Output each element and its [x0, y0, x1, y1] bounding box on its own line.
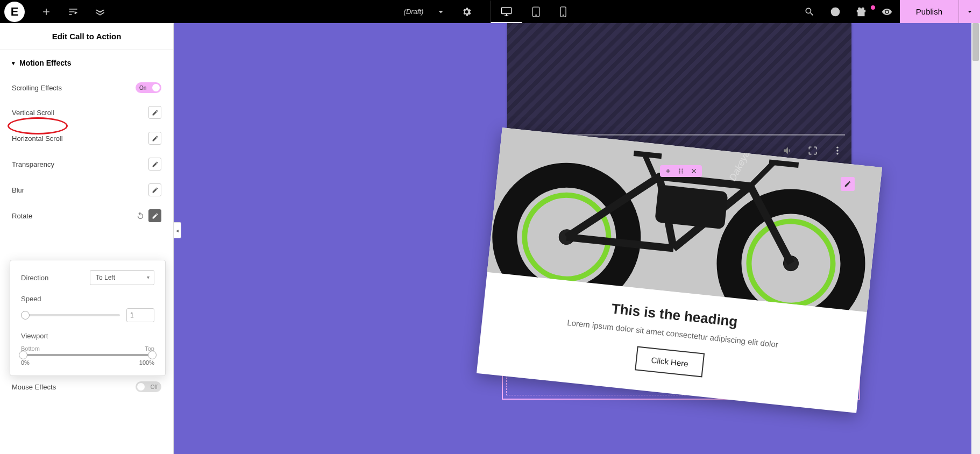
mouse-effects-label: Mouse Effects: [12, 383, 56, 391]
svg-point-8: [836, 147, 838, 148]
speed-input[interactable]: [126, 308, 154, 322]
scrollbar-thumb[interactable]: [972, 23, 979, 61]
svg-point-4: [563, 15, 563, 15]
panel-title: Edit Call to Action: [0, 23, 173, 50]
add-icon[interactable]: [41, 6, 52, 17]
speed-slider-row: [21, 308, 154, 322]
viewport-max-value: 100%: [139, 359, 154, 366]
viewport-range-slider[interactable]: [21, 354, 154, 356]
canvas[interactable]: 0:00 / 0:20: [174, 23, 980, 454]
publish-button[interactable]: Publish: [900, 0, 958, 23]
reset-icon[interactable]: [136, 211, 145, 221]
toggle-on-label: On: [139, 85, 146, 91]
mouse-effects-toggle[interactable]: Off: [136, 381, 161, 392]
topbar-center: (Draft): [404, 1, 577, 23]
draft-label: (Draft): [404, 8, 424, 16]
cta-button[interactable]: Click Here: [635, 346, 705, 378]
main-area: Edit Call to Action Motion Effects Scrol…: [0, 23, 980, 454]
widget-close-icon[interactable]: [690, 167, 698, 175]
chevron-down-icon[interactable]: [428, 6, 453, 17]
publish-dropdown-icon[interactable]: [958, 0, 980, 23]
scrolling-effects-label: Scrolling Effects: [12, 84, 62, 92]
widget-add-icon[interactable]: [664, 167, 672, 175]
preview-eye-icon[interactable]: [874, 6, 900, 17]
device-mobile-icon[interactable]: [550, 1, 576, 23]
device-tablet-icon[interactable]: [522, 1, 550, 23]
notification-dot: [871, 5, 875, 10]
row-rotate: Rotate: [0, 203, 173, 229]
horizontal-scroll-edit-button[interactable]: [148, 132, 161, 145]
direction-label: Direction: [21, 274, 48, 282]
viewport-range-values: 0% 100%: [21, 359, 154, 366]
viewport-range-thumb-max[interactable]: [148, 351, 157, 359]
layers-icon[interactable]: [95, 6, 105, 17]
fullscreen-icon[interactable]: [807, 145, 818, 156]
direction-select[interactable]: To Left: [90, 270, 154, 285]
more-vertical-icon[interactable]: [832, 145, 843, 156]
help-icon[interactable]: [822, 6, 848, 17]
gear-icon[interactable]: [453, 6, 479, 17]
topbar-left: E: [0, 2, 105, 22]
svg-point-12: [679, 171, 680, 172]
toggle-knob: [137, 383, 145, 391]
horizontal-scroll-label: Horizontal Scroll: [12, 134, 63, 143]
top-bar: E (Draft) Publish: [0, 0, 980, 23]
row-scrolling-effects: Scrolling Effects On: [0, 76, 173, 100]
viewport-min-value: 0%: [21, 359, 30, 366]
widget-drag-icon[interactable]: [677, 167, 685, 175]
widget-edit-icon[interactable]: [841, 177, 855, 191]
rotate-label: Rotate: [12, 212, 32, 220]
transparency-edit-button[interactable]: [148, 158, 161, 171]
viewport-range-labels: Bottom Top: [21, 345, 154, 352]
transparency-label: Transparency: [12, 160, 54, 168]
vertical-scroll-label: Vertical Scroll: [12, 109, 54, 117]
canvas-scrollbar[interactable]: [971, 23, 980, 454]
svg-point-2: [536, 15, 536, 15]
row-mouse-effects: Mouse Effects Off: [0, 375, 173, 399]
toggle-off-label: Off: [151, 384, 158, 390]
search-icon[interactable]: [797, 6, 822, 17]
svg-point-9: [836, 150, 838, 151]
viewport-label: Viewport: [21, 332, 154, 340]
svg-rect-24: [655, 185, 728, 229]
section-label: Motion Effects: [19, 59, 71, 67]
editor-sidebar: Edit Call to Action Motion Effects Scrol…: [0, 23, 174, 454]
sidebar-collapse-button[interactable]: ◂: [174, 222, 181, 238]
volume-icon[interactable]: [783, 145, 793, 156]
speed-slider-thumb[interactable]: [21, 311, 30, 320]
row-blur: Blur: [0, 177, 173, 203]
vertical-scroll-edit-button[interactable]: [148, 106, 161, 119]
svg-point-11: [679, 169, 680, 170]
direction-row: Direction To Left: [21, 270, 154, 285]
scrolling-effects-toggle[interactable]: On: [136, 82, 161, 93]
section-motion-effects[interactable]: Motion Effects: [0, 50, 173, 76]
toggle-knob: [152, 84, 160, 91]
speed-slider[interactable]: [21, 314, 120, 316]
svg-point-13: [679, 173, 680, 174]
blur-label: Blur: [12, 186, 24, 194]
row-vertical-scroll: Vertical Scroll: [0, 100, 173, 125]
row-transparency: Transparency: [0, 151, 173, 177]
settings-sliders-icon[interactable]: [68, 6, 79, 17]
svg-point-16: [681, 173, 683, 174]
widget-toolbar: [660, 165, 702, 177]
blur-edit-button[interactable]: [148, 183, 161, 196]
device-desktop-icon[interactable]: [491, 1, 522, 23]
direction-value: To Left: [96, 274, 115, 281]
viewport-range-thumb-min[interactable]: [19, 351, 27, 359]
speed-label: Speed: [21, 295, 154, 303]
svg-rect-0: [501, 7, 511, 13]
gift-icon[interactable]: [848, 6, 874, 17]
topbar-right: Publish: [797, 0, 980, 23]
elementor-logo-icon[interactable]: E: [4, 2, 25, 22]
rotate-edit-button[interactable]: [148, 209, 161, 222]
rotate-popover: Direction To Left Speed Viewport Bottom …: [10, 260, 166, 376]
row-horizontal-scroll: Horizontal Scroll: [0, 125, 173, 151]
svg-point-10: [836, 153, 838, 154]
device-switcher: [490, 1, 576, 23]
svg-point-14: [681, 169, 683, 170]
svg-point-15: [681, 171, 683, 172]
